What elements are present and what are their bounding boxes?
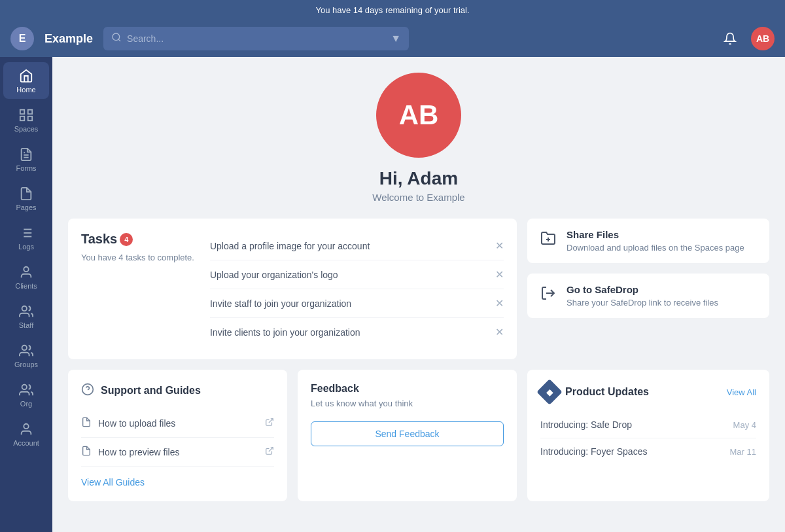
sidebar-item-org[interactable]: Org: [3, 376, 49, 413]
update-item: Introducing: Foyer Spaces Mar 11: [540, 438, 756, 465]
task-list: Upload a profile image for your account …: [210, 232, 504, 346]
task-card-header: Tasks 4 You have 4 tasks to complete.: [81, 232, 194, 346]
sidebar-label-home: Home: [16, 86, 35, 94]
sidebar-item-spaces[interactable]: Spaces: [3, 101, 49, 138]
sidebar-item-pages[interactable]: Pages: [3, 180, 49, 217]
support-header: Support and Guides: [81, 383, 274, 399]
task-close-button[interactable]: ✕: [495, 297, 504, 310]
sidebar-label-org: Org: [20, 400, 32, 408]
header-logo: E: [10, 27, 34, 50]
sidebar-label-logs: Logs: [18, 243, 34, 251]
header-search-container: ▼: [103, 27, 409, 50]
cards-grid: Tasks 4 You have 4 tasks to complete. Up…: [68, 219, 769, 359]
support-help-icon: [81, 383, 94, 399]
action-cards: Share Files Download and upload files on…: [527, 219, 769, 359]
profile-initials: AB: [399, 99, 439, 131]
feedback-title: Feedback: [311, 383, 504, 395]
external-link-icon: [265, 417, 274, 429]
task-card: Tasks 4 You have 4 tasks to complete. Up…: [68, 219, 517, 359]
safedrop-title: Go to SafeDrop: [567, 284, 718, 295]
support-item-text: How to upload files: [98, 418, 175, 429]
view-all-guides-link[interactable]: View All Guides: [81, 477, 145, 488]
user-avatar[interactable]: AB: [751, 27, 775, 50]
pages-icon: [19, 186, 33, 201]
updates-card: ◆ Product Updates View All Introducing: …: [527, 370, 769, 501]
main-layout: Home Spaces Forms Pages Logs: [0, 57, 785, 532]
notification-bell[interactable]: [720, 28, 741, 49]
updates-diamond-icon: ◆: [540, 383, 559, 401]
sidebar-item-forms[interactable]: Forms: [3, 141, 49, 177]
svg-rect-3: [28, 110, 32, 114]
sidebar-label-groups: Groups: [14, 361, 38, 368]
svg-rect-5: [28, 116, 32, 120]
user-avatar-initials: AB: [756, 33, 769, 44]
task-close-button[interactable]: ✕: [495, 326, 504, 338]
task-item: Upload your organization's logo ✕: [210, 260, 504, 289]
org-icon: [19, 383, 33, 397]
profile-avatar: AB: [376, 73, 461, 158]
task-item: Invite clients to join your organization…: [210, 318, 504, 346]
staff-icon: [19, 304, 33, 319]
send-feedback-button[interactable]: Send Feedback: [311, 421, 504, 446]
sidebar-item-logs[interactable]: Logs: [3, 219, 49, 256]
support-item-preview[interactable]: How to preview files: [81, 438, 274, 467]
task-item-text: Upload your organization's logo: [210, 270, 338, 280]
share-files-title: Share Files: [567, 229, 744, 240]
sidebar-item-staff[interactable]: Staff: [3, 298, 49, 334]
updates-header: ◆ Product Updates View All: [540, 383, 756, 401]
trial-banner: You have 14 days remaining of your trial…: [0, 0, 785, 20]
share-files-card[interactable]: Share Files Download and upload files on…: [527, 219, 769, 263]
sidebar-item-clients[interactable]: Clients: [3, 258, 49, 295]
svg-rect-4: [20, 116, 24, 120]
svg-point-18: [24, 424, 28, 429]
updates-view-all[interactable]: View All: [727, 387, 756, 397]
task-item-text: Upload a profile image for your account: [210, 241, 370, 251]
feedback-subtitle: Let us know what you think: [311, 399, 504, 408]
feedback-card: Feedback Let us know what you think Send…: [298, 370, 517, 501]
safedrop-card[interactable]: Go to SafeDrop Share your SafeDrop link …: [527, 274, 769, 318]
svg-line-1: [118, 39, 120, 41]
sidebar-label-account: Account: [13, 439, 39, 447]
search-icon: [111, 32, 122, 45]
task-item: Upload a profile image for your account …: [210, 232, 504, 260]
update-item-date: May 4: [733, 420, 756, 430]
svg-point-15: [22, 306, 27, 311]
support-item-text: How to preview files: [98, 447, 180, 457]
account-icon: [19, 422, 33, 436]
task-item-text: Invite staff to join your organization: [210, 298, 351, 309]
support-card: Support and Guides How to upload files: [68, 370, 287, 501]
search-input[interactable]: [127, 33, 385, 44]
home-icon: [19, 69, 33, 83]
search-dropdown-icon: ▼: [391, 33, 401, 44]
svg-rect-2: [20, 110, 24, 114]
task-title: Tasks: [81, 232, 117, 247]
sidebar-item-account[interactable]: Account: [3, 416, 49, 452]
svg-point-17: [22, 385, 27, 389]
svg-point-16: [22, 346, 27, 350]
share-files-content: Share Files Download and upload files on…: [567, 229, 744, 253]
update-item-date: Mar 11: [730, 447, 756, 457]
sidebar-label-forms: Forms: [16, 164, 36, 172]
sidebar-item-groups[interactable]: Groups: [3, 337, 49, 374]
support-item-upload[interactable]: How to upload files: [81, 409, 274, 438]
header-title: Example: [44, 32, 93, 46]
safedrop-icon: [540, 285, 556, 304]
task-subtitle: You have 4 tasks to complete.: [81, 252, 194, 264]
external-link-icon: [265, 446, 274, 457]
main-content: AB Hi, Adam Welcome to Example Tasks 4 Y…: [52, 57, 785, 532]
svg-line-23: [269, 419, 273, 423]
sidebar-label-staff: Staff: [19, 321, 33, 329]
clients-icon: [19, 265, 33, 279]
sidebar-label-clients: Clients: [15, 282, 37, 290]
task-close-button[interactable]: ✕: [495, 239, 504, 252]
spaces-icon: [19, 108, 33, 122]
sidebar-item-home[interactable]: Home: [3, 62, 49, 99]
trial-banner-text: You have 14 days remaining of your trial…: [315, 5, 469, 15]
groups-icon: [19, 344, 33, 358]
share-files-icon: [540, 230, 556, 249]
update-item-text: Introducing: Foyer Spaces: [540, 446, 647, 457]
svg-point-14: [24, 267, 28, 272]
update-item: Introducing: Safe Drop May 4: [540, 412, 756, 438]
support-doc-icon: [81, 417, 92, 429]
task-close-button[interactable]: ✕: [495, 268, 504, 281]
